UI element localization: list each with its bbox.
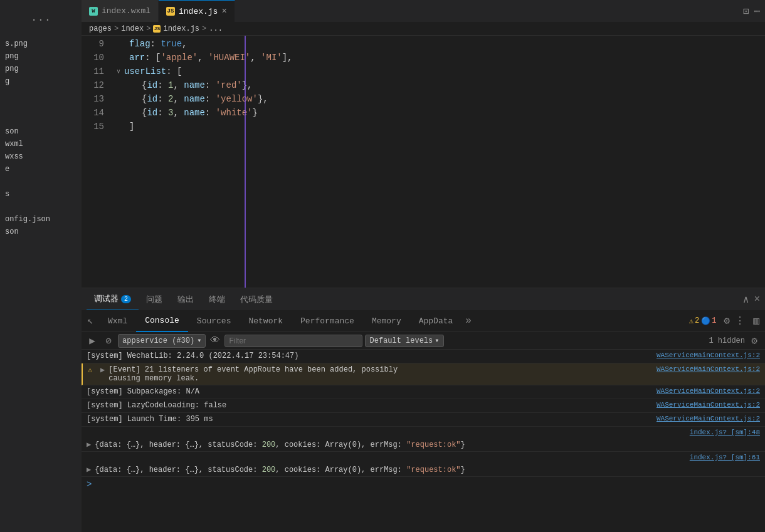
panel-tab-output[interactable]: 输出 [170, 288, 201, 310]
msg-launch-text: [system] Launch Time: 395 ms [87, 415, 653, 424]
warn-icon: ⚠ [689, 316, 694, 326]
console-tab-network[interactable]: Network [240, 310, 292, 332]
error-icon: 🔵 [701, 316, 710, 326]
code-line-15: ] [117, 120, 765, 133]
console-msg-lazy: [system] LazyCodeLoading: false WAServic… [82, 399, 765, 413]
error-badge: 🔵 1 [701, 316, 716, 326]
line-num-9: 9 [82, 37, 112, 51]
panel-tab-actions: ∧ × [743, 293, 760, 306]
panel-tab-terminal[interactable]: 终端 [201, 288, 233, 310]
sidebar-file-wxss[interactable]: wxss [0, 150, 82, 163]
panel-tab-problems[interactable]: 问题 [139, 288, 170, 310]
msg-obj1-text: {data: {…}, header: {…}, statusCode: 200… [95, 441, 760, 449]
msg-warning-text: [Event] 21 listeners of event AppRoute h… [108, 365, 653, 383]
console-msg-wechatlib: [system] WechatLib: 2.24.0 (2022.4.17 23… [82, 350, 765, 363]
panel-close-icon[interactable]: × [754, 294, 760, 305]
line-numbers: 9 10 11 12 13 14 15 [82, 36, 112, 288]
console-tab-performance[interactable]: Performance [292, 310, 363, 332]
tab-js[interactable]: JS index.js × [159, 0, 235, 22]
appservice-select[interactable]: appservice (#30) ▾ [118, 334, 206, 348]
console-more-icon[interactable]: ⋮ [732, 315, 747, 327]
console-tab-more-icon[interactable]: » [462, 315, 475, 326]
msg-warning-source[interactable]: WAServiceMainContext.js:2 [657, 365, 760, 373]
breadcrumb-js-icon: JS [153, 25, 161, 33]
msg-launch-source[interactable]: WAServiceMainContext.js:2 [657, 415, 760, 422]
tab-bar: W index.wxml JS index.js × ⊡ ⋯ [82, 0, 765, 22]
tab-wxml[interactable]: W index.wxml [82, 0, 159, 22]
breadcrumb-index: index [121, 24, 144, 33]
split-editor-icon[interactable]: ⊡ [743, 5, 749, 18]
warn-count: 2 [695, 316, 699, 325]
play-btn[interactable]: ▶ [85, 334, 99, 348]
line-num-14: 14 [82, 106, 112, 120]
console-msg-subpackages: [system] Subpackages: N/A WAServiceMainC… [82, 385, 765, 399]
sidebar-file-g[interactable]: g [0, 75, 82, 88]
obj1-expand-icon[interactable]: ▶ [87, 440, 91, 449]
console-settings-icon[interactable]: ⚙ [747, 334, 761, 348]
tab-bar-actions: ⊡ ⋯ [743, 5, 765, 18]
panel-tabs: 调试器 2 问题 输出 终端 代码质量 ∧ × [82, 288, 765, 310]
line-num-10: 10 [82, 51, 112, 65]
sidebar-file-s[interactable]: s [0, 188, 82, 201]
appservice-label: appservice (#30) [122, 336, 194, 345]
console-prompt-icon: > [87, 479, 92, 489]
breadcrumb: pages > index > JS index.js > ... [82, 22, 765, 36]
sidebar-files: s.png png png g son wxml wxss e s onfig.… [0, 35, 82, 532]
levels-chevron-icon: ▾ [435, 336, 439, 345]
code-line-14: { id : 3 , name : 'white' } [117, 106, 765, 120]
sidebar-file-configjson[interactable]: onfig.json [0, 213, 82, 226]
msg-wechatlib-source[interactable]: WAServiceMainContext.js:2 [657, 352, 760, 359]
tab-js-label: index.js [179, 7, 218, 16]
tab-bar-more-icon[interactable]: ⋯ [754, 5, 760, 18]
msg-obj2-source[interactable]: index.js? [sm]:61 [690, 454, 760, 461]
block-btn[interactable]: ⊘ [102, 334, 115, 348]
console-input-line: > [82, 477, 765, 492]
tab-close-icon[interactable]: × [221, 7, 226, 16]
sidebar-file-son2[interactable]: son [0, 226, 82, 238]
console-cursor-icon[interactable]: ↖ [82, 310, 99, 332]
console-tab-appdata[interactable]: AppData [410, 310, 462, 332]
sidebar-file-e[interactable]: e [0, 163, 82, 175]
sidebar-file-wxml[interactable]: wxml [0, 138, 82, 150]
panel-tab-debugger[interactable]: 调试器 2 [87, 288, 139, 310]
panel-tab-quality-label: 代码质量 [240, 294, 273, 305]
code-editor: 9 10 11 12 13 14 15 flag : true , arr : … [82, 36, 765, 288]
sidebar-file-son1[interactable]: son [0, 125, 82, 138]
breadcrumb-pages: pages [89, 24, 112, 33]
error-count: 1 [712, 316, 716, 325]
msg-lazy-text: [system] LazyCodeLoading: false [87, 401, 653, 410]
console-tab-wxml[interactable]: Wxml [99, 310, 136, 332]
obj2-expand-icon[interactable]: ▶ [87, 465, 91, 474]
console-toolbar: ▶ ⊘ appservice (#30) ▾ 👁 Default levels … [82, 332, 765, 350]
warning-expand-icon[interactable]: ▶ [100, 365, 105, 375]
line-num-13: 13 [82, 92, 112, 106]
console-tab-memory[interactable]: Memory [363, 310, 410, 332]
panel-tab-quality[interactable]: 代码质量 [233, 288, 280, 310]
msg-lazy-source[interactable]: WAServiceMainContext.js:2 [657, 401, 760, 409]
console-panel-icon[interactable]: ▥ [747, 310, 765, 332]
msg-subpackages-source[interactable]: WAServiceMainContext.js:2 [657, 387, 760, 395]
filter-input[interactable] [224, 335, 362, 347]
sidebar-file-png1[interactable]: png [0, 50, 82, 63]
tab-wxml-label: index.wxml [102, 6, 150, 16]
console-msg-obj1: index.js? [sm]:48 ▶ {data: {…}, header: … [82, 427, 765, 452]
code-line-13: { id : 2 , name : 'yellow' }, [117, 92, 765, 106]
panel-chevron-up-icon[interactable]: ∧ [743, 293, 749, 306]
console-tab-sources[interactable]: Sources [188, 310, 240, 332]
appservice-chevron-icon: ▾ [197, 336, 201, 345]
console-tab-console[interactable]: Console [136, 310, 188, 332]
msg-obj1-source[interactable]: index.js? [sm]:48 [690, 429, 760, 436]
eye-btn[interactable]: 👁 [208, 334, 222, 348]
console-gear-icon[interactable]: ⚙ [721, 315, 732, 327]
sidebar-file-spng[interactable]: s.png [0, 38, 82, 50]
breadcrumb-ellipsis: ... [209, 24, 223, 33]
sidebar-more-icon[interactable]: ... [28, 5, 53, 30]
code-line-11: ∨ userList : [ [117, 65, 765, 78]
debugger-badge: 2 [121, 295, 131, 303]
code-line-10: arr : [ 'apple' , 'HUAWEI' , 'MI' ], [117, 51, 765, 65]
console-tabs: ↖ Wxml Console Sources Network Performan… [82, 310, 765, 332]
msg-obj2-text: {data: {…}, header: {…}, statusCode: 200… [95, 466, 760, 474]
default-levels-select[interactable]: Default levels ▾ [365, 335, 443, 347]
code-line-12: { id : 1 , name : 'red' }, [117, 78, 765, 92]
sidebar-file-png2[interactable]: png [0, 63, 82, 75]
